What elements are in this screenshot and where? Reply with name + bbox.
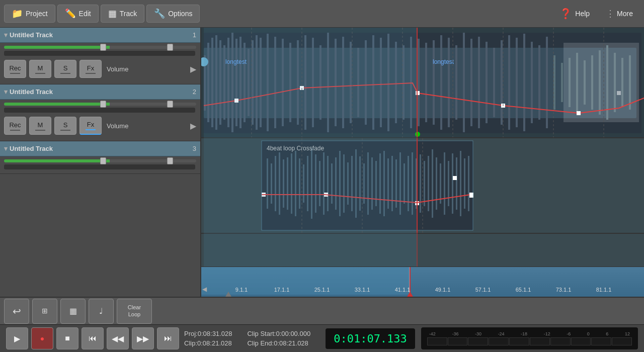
play-icon: ▶ (14, 334, 20, 343)
clip-time: Clip:0:08:21.028 (184, 339, 232, 347)
help-icon: ❓ (559, 8, 572, 20)
ruler-tick: 17.1.1 (274, 287, 290, 293)
options-label: Options (168, 10, 192, 18)
fx-dash-2 (86, 129, 96, 130)
track-1-collapse[interactable]: ▾ (4, 31, 8, 39)
track-2-number: 2 (193, 88, 196, 96)
ruler-tick: 41.1.1 (395, 287, 411, 293)
time-display: 0:01:07.133 (326, 328, 415, 349)
vu-meter: -42 -36 -30 -24 -18 -12 -6 0 6 12 (421, 327, 638, 349)
back-button[interactable]: ◀◀ (107, 327, 129, 349)
track-1-expand-arrow[interactable]: ▶ (190, 64, 196, 74)
track-2-solo-button[interactable]: S (54, 117, 76, 135)
track-2-title-group: ▾ Untitled Track (4, 88, 53, 96)
timeline-ruler: ◀ 9.1.117.1.125.1.133.1.141.1.149.1.157.… (201, 267, 644, 297)
track-3: ▾ Untitled Track 3 (0, 141, 200, 174)
help-label: Help (575, 10, 590, 18)
s-label-2: S (63, 121, 68, 129)
stop-button[interactable]: ■ (56, 327, 78, 349)
track-2-header: ▾ Untitled Track 2 (0, 84, 200, 100)
ruler-tick: 73.1.1 (556, 287, 572, 293)
record-icon: ● (40, 334, 44, 342)
svg-rect-140 (448, 161, 449, 206)
svg-rect-136 (432, 149, 433, 218)
svg-rect-44 (440, 35, 442, 130)
track-2: ▾ Untitled Track 2 Rec (0, 84, 200, 141)
track-1-rec-button[interactable]: Rec (4, 60, 26, 78)
record-button[interactable]: ● (31, 327, 53, 349)
track-2-mute-button[interactable]: M (29, 117, 51, 135)
vu-label-9: 6 (606, 331, 608, 336)
track-2-name: Untitled Track (10, 88, 53, 96)
track-3-collapse[interactable]: ▾ (4, 145, 8, 152)
svg-rect-134 (424, 161, 425, 206)
track-2-collapse[interactable]: ▾ (4, 88, 8, 96)
end-button[interactable]: ⏭ (157, 327, 179, 349)
track-1-buttons: Rec M S Fx Volume (4, 57, 196, 81)
options-menu[interactable]: 🔧 Options (146, 5, 200, 23)
track-1-mute-button[interactable]: M (29, 60, 51, 78)
svg-rect-60 (561, 63, 563, 102)
track-1-solo-button[interactable]: S (54, 60, 76, 78)
track-3-volume-slider-row (4, 159, 196, 162)
back-icon: ◀◀ (112, 334, 124, 343)
forward-button[interactable]: ▶▶ (132, 327, 154, 349)
rec-dash-2 (10, 130, 20, 131)
track-1-scrollbar[interactable] (4, 51, 195, 56)
grid-button[interactable]: ▦ (60, 299, 86, 324)
metronome-button[interactable]: ♩ (89, 299, 114, 324)
svg-rect-49 (478, 37, 480, 128)
track-1: ▾ Untitled Track 1 Rec (0, 28, 200, 84)
svg-rect-56 (531, 42, 533, 123)
more-dots-icon: ⋮ (606, 8, 615, 19)
track-1-volume-slider[interactable] (4, 46, 196, 49)
track-menu[interactable]: ▦ Track (101, 5, 144, 23)
svg-rect-42 (425, 43, 427, 122)
project-menu[interactable]: 📁 Project (4, 5, 55, 23)
svg-rect-57 (538, 45, 540, 120)
play-button[interactable]: ▶ (6, 327, 28, 349)
track-2-volume-slider[interactable] (4, 103, 196, 106)
rewind-button[interactable]: ↩ (4, 299, 29, 324)
svg-rect-53 (508, 35, 510, 130)
waveform-area[interactable]: longtest longtest (201, 28, 644, 297)
clear-loop-button[interactable]: Clear Loop (117, 299, 152, 324)
track-3-title-group: ▾ Untitled Track (4, 145, 53, 152)
status-bar: ▶ ● ■ ⏮ ◀◀ ▶▶ ⏭ Proj:0:08:31.028 Clip:0:… (0, 324, 644, 352)
end-icon: ⏭ (164, 334, 172, 343)
project-icon: 📁 (12, 8, 23, 19)
track-2-expand-arrow[interactable]: ▶ (190, 121, 196, 131)
edit-icon: ✏️ (65, 8, 76, 19)
svg-rect-141 (452, 153, 453, 214)
track-3-volume-slider[interactable] (4, 159, 196, 162)
rewind-start-button[interactable]: ⏮ (82, 327, 104, 349)
mute-dash-2 (35, 130, 45, 131)
svg-rect-54 (516, 38, 518, 127)
help-button[interactable]: ❓ Help (552, 5, 597, 23)
svg-rect-41 (418, 39, 420, 126)
svg-rect-138 (440, 163, 441, 204)
m-label-2: M (38, 121, 43, 129)
track-2-scrollbar[interactable] (4, 108, 195, 113)
track-1-header: ▾ Untitled Track 1 (0, 28, 200, 43)
mix-button[interactable]: ⊞ (32, 299, 57, 324)
edit-menu[interactable]: ✏️ Edit (57, 5, 99, 23)
ruler-tick: 9.1.1 (235, 287, 248, 293)
svg-rect-160 (417, 28, 418, 289)
project-label: Project (26, 10, 48, 18)
track-2-rec-button[interactable]: Rec (4, 117, 26, 135)
edit-label: Edit (79, 10, 91, 18)
vu-label-8: 0 (587, 331, 590, 336)
svg-rect-51 (493, 48, 495, 117)
vu-label-7: -6 (567, 331, 571, 336)
more-button[interactable]: ⋮ More (599, 5, 640, 22)
svg-rect-161 (204, 28, 417, 289)
svg-rect-133 (420, 154, 421, 213)
solo-dash (60, 73, 70, 74)
track-3-scrollbar[interactable] (4, 164, 195, 169)
s-label: S (63, 64, 68, 72)
svg-rect-137 (436, 157, 437, 210)
svg-rect-55 (523, 34, 525, 131)
track-2-fx-button[interactable]: Fx (79, 117, 102, 135)
track-1-fx-button[interactable]: Fx (79, 60, 102, 78)
